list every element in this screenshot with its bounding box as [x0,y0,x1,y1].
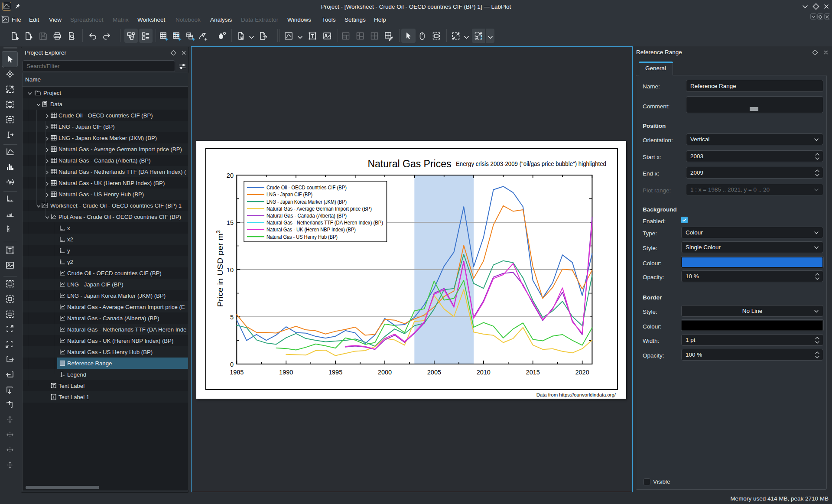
svg-text:2010: 2010 [477,369,491,376]
svg-text:1985: 1985 [230,369,244,376]
svg-text:LNG - Japan CIF (BP): LNG - Japan CIF (BP) [266,192,312,198]
svg-text:1: 1 [480,35,482,40]
svg-text:1990: 1990 [279,369,293,376]
svg-text:LNG - Japan Korea Marker (JKM): LNG - Japan Korea Marker (JKM) (BP) [266,199,347,205]
svg-text:Natural Gas - Netherlands TTF: Natural Gas - Netherlands TTF (DA Heren … [266,220,383,226]
svg-text:Natural Gas - Average German I: Natural Gas - Average German Import pric… [266,206,372,212]
svg-text:2000: 2000 [378,369,392,376]
svg-text:Data from https://ourworldinda: Data from https://ourworldindata.org/ [536,392,616,397]
svg-text:Price in USD per m3: Price in USD per m3 [215,230,224,307]
svg-text:2020: 2020 [575,369,589,376]
svg-text:1995: 1995 [328,369,342,376]
svg-text:Natural Gas - UK (Heren NBP In: Natural Gas - UK (Heren NBP Index) (BP) [266,227,356,233]
svg-text:10: 10 [227,267,234,273]
svg-text:0: 0 [230,361,234,368]
svg-text:Natural Gas - Canada (Alberta): Natural Gas - Canada (Alberta) (BP) [266,213,347,219]
svg-text:Natural Gas - US Henry Hub (BP: Natural Gas - US Henry Hub (BP) [266,234,338,240]
svg-text:Energy crisis 2003-2009 ("oil/: Energy crisis 2003-2009 ("oil/gas price … [456,160,606,167]
svg-text:20: 20 [227,172,234,179]
svg-text:15: 15 [227,219,234,226]
svg-text:2005: 2005 [427,369,441,376]
svg-text:Crude Oil - OECD countries CIF: Crude Oil - OECD countries CIF (BP) [266,185,347,191]
svg-text:Natural Gas Prices: Natural Gas Prices [367,158,451,169]
svg-text:2015: 2015 [526,369,540,376]
svg-text:5: 5 [230,314,234,321]
